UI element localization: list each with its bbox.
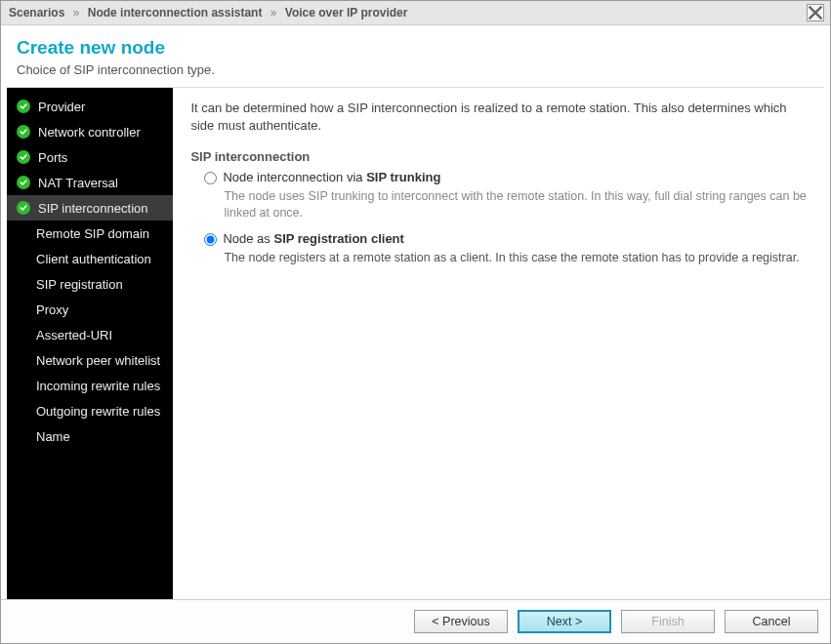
sidebar-item-label: SIP interconnection (38, 201, 148, 216)
dialog-header: Create new node Choice of SIP interconne… (1, 25, 830, 87)
sidebar-item-label: Network peer whitelist (36, 353, 160, 368)
radio-description: The node registers at a remote station a… (204, 248, 807, 276)
radio-description: The node uses SIP trunking to interconne… (204, 186, 807, 231)
breadcrumb-part-1: Scenarios (9, 6, 64, 20)
sidebar-item-label: Provider (38, 100, 85, 114)
sidebar-item[interactable]: Provider (7, 94, 173, 119)
sidebar-item[interactable]: SIP registration (7, 271, 173, 297)
radio-input[interactable] (204, 233, 217, 246)
sidebar-item[interactable]: Network controller (7, 119, 173, 144)
close-button[interactable] (807, 4, 824, 21)
breadcrumb-part-3: Voice over IP provider (285, 6, 408, 20)
dialog-body: ProviderNetwork controllerPortsNAT Trave… (7, 87, 824, 599)
sidebar-item-label: Asserted-URI (36, 328, 112, 342)
sidebar-item-label: SIP registration (36, 277, 123, 292)
dialog-footer: < Previous Next > Finish Cancel (1, 599, 830, 643)
sidebar-item-label: Ports (38, 150, 67, 165)
sidebar-item-label: Name (36, 429, 70, 444)
previous-button[interactable]: < Previous (414, 610, 508, 633)
radio-option: Node as SIP registration client (204, 231, 807, 246)
finish-button[interactable]: Finish (621, 610, 715, 633)
content-intro: It can be determined how a SIP interconn… (190, 100, 807, 134)
sip-interconnection-radio-group: Node interconnection via SIP trunkingThe… (190, 170, 807, 276)
wizard-content: It can be determined how a SIP interconn… (173, 88, 824, 599)
radio-option: Node interconnection via SIP trunking (204, 170, 807, 184)
sidebar-item-label: Incoming rewrite rules (36, 379, 160, 393)
breadcrumb-sep: » (270, 6, 277, 20)
sidebar-item[interactable]: Outgoing rewrite rules (7, 398, 173, 423)
check-icon (17, 150, 30, 164)
close-icon (808, 5, 823, 20)
check-icon (17, 100, 30, 113)
breadcrumb: Scenarios » Node interconnection assista… (9, 6, 407, 20)
sidebar-item-label: Network controller (38, 125, 141, 140)
sidebar-item-label: Outgoing rewrite rules (36, 404, 160, 419)
sidebar-item[interactable]: NAT Traversal (7, 170, 173, 195)
sidebar-item[interactable]: Name (7, 423, 173, 449)
section-title: SIP interconnection (190, 149, 807, 164)
sidebar-item[interactable]: Asserted-URI (7, 322, 173, 347)
sidebar-item[interactable]: Client authentication (7, 246, 173, 271)
radio-label[interactable]: Node as SIP registration client (223, 231, 403, 246)
sidebar-item[interactable]: Network peer whitelist (7, 347, 173, 373)
next-button[interactable]: Next > (518, 610, 611, 633)
breadcrumb-part-2: Node interconnection assistant (88, 6, 263, 20)
check-icon (17, 201, 30, 215)
sidebar-item[interactable]: SIP interconnection (7, 195, 173, 221)
radio-label[interactable]: Node interconnection via SIP trunking (223, 170, 440, 184)
sidebar-item-label: Client authentication (36, 252, 151, 266)
radio-input[interactable] (204, 172, 217, 184)
check-icon (17, 176, 30, 189)
sidebar-item[interactable]: Remote SIP domain (7, 221, 173, 246)
sidebar-item-label: Remote SIP domain (36, 226, 149, 241)
sidebar-item[interactable]: Proxy (7, 297, 173, 322)
dialog-window: Scenarios » Node interconnection assista… (0, 0, 831, 644)
sidebar-item[interactable]: Incoming rewrite rules (7, 373, 173, 398)
titlebar: Scenarios » Node interconnection assista… (1, 1, 830, 25)
sidebar-item-label: NAT Traversal (38, 176, 118, 190)
page-subtitle: Choice of SIP interconnection type. (17, 62, 814, 77)
sidebar-item[interactable]: Ports (7, 144, 173, 170)
check-icon (17, 125, 30, 139)
sidebar-item-label: Proxy (36, 302, 68, 317)
cancel-button[interactable]: Cancel (725, 610, 818, 633)
breadcrumb-sep: » (73, 6, 80, 20)
wizard-sidebar: ProviderNetwork controllerPortsNAT Trave… (7, 88, 173, 599)
page-title: Create new node (17, 37, 814, 59)
